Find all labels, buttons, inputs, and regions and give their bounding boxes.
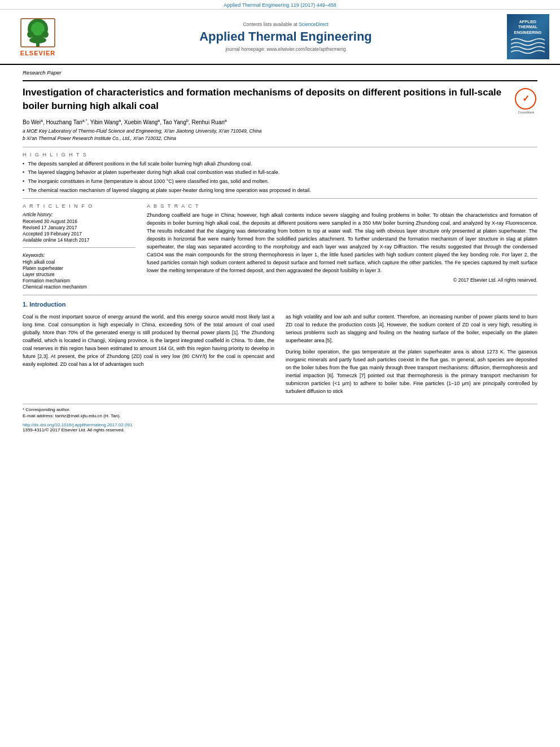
journal-cover-area: APPLIED THERMAL ENGINEERING [502, 14, 553, 59]
introduction-body: Coal is the most important source of ene… [23, 313, 537, 399]
keyword-2: Platen superheater [23, 265, 135, 271]
paper-type-label: Research Paper [23, 69, 537, 76]
bullet-4: • [23, 187, 24, 193]
author-super-a2: a,* [82, 119, 88, 123]
revised-date: Revised 17 January 2017 [23, 225, 135, 230]
article-history: Article history: Received 30 August 2016… [23, 212, 135, 243]
corresponding-author-note: * Corresponding author. E-mail address: … [23, 407, 537, 419]
cover-decoration-icon [511, 37, 545, 54]
highlight-item-3: • The inorganic constitutes in fume (tem… [23, 178, 537, 185]
author-super-a5: a [225, 119, 227, 123]
sciencedirect-link: ScienceDirect [299, 21, 328, 27]
intro-text-1: Coal is the most important source of ene… [23, 313, 274, 369]
title-top-divider [23, 80, 537, 81]
intro-text-2: as high volatility and low ash and sulfu… [286, 313, 537, 345]
elsevier-logo-area: ELSEVIER [7, 18, 69, 56]
elsevier-logo: ELSEVIER [18, 18, 58, 56]
keyword-5: Chemical reaction mechanism [23, 284, 135, 290]
svg-point-4 [42, 31, 49, 38]
svg-point-3 [27, 31, 34, 38]
abstract-text: Zhundong coalfield are huge in China; ho… [147, 212, 537, 275]
article-title: Investigation of characteristics and for… [23, 86, 509, 113]
article-info-col: A R T I C L E I N F O Article history: R… [23, 203, 135, 290]
authors-line: Bo Weia, Houzhang Tana,*, Yibin Wanga, X… [23, 119, 537, 125]
bullet-1: • [23, 161, 24, 167]
history-label: Article history: [23, 212, 135, 217]
intro-top-divider [23, 295, 537, 295]
crossmark-icon: ✓ [515, 88, 536, 110]
author-super-a3: a [119, 119, 121, 123]
introduction-section: 1. Introduction Coal is the most importa… [23, 301, 537, 399]
keywords-section: Keywords: High alkali coal Platen superh… [23, 252, 135, 290]
keyword-1: High alkali coal [23, 259, 135, 265]
article-title-section: Investigation of characteristics and for… [23, 86, 537, 114]
main-content: Research Paper Investigation of characte… [0, 65, 560, 437]
journal-header-center: Contents lists available at ScienceDirec… [69, 21, 502, 52]
highlight-item-2: • The layered slagging behavior at plate… [23, 169, 537, 176]
intro-col-2: as high volatility and low ash and sulfu… [286, 313, 537, 399]
received-date: Received 30 August 2016 [23, 219, 135, 224]
abstract-top-divider [23, 198, 537, 199]
svg-text:✓: ✓ [522, 94, 530, 103]
journal-header: ELSEVIER Contents lists available at Sci… [0, 10, 560, 65]
elsevier-tree-icon [18, 18, 58, 49]
doi-url[interactable]: http://dx.doi.org/10.1016/j.applthermale… [23, 422, 537, 427]
article-info-abstract-section: A R T I C L E I N F O Article history: R… [23, 203, 537, 290]
abstract-heading: A B S T R A C T [147, 203, 537, 209]
journal-homepage: journal homepage: www.elsevier.com/locat… [69, 46, 502, 52]
author-super-a: a [41, 119, 43, 123]
author-super-b: b [186, 119, 189, 123]
issn-text: 1359-4311/© 2017 Elsevier Ltd. All right… [23, 427, 537, 433]
bullet-2: • [23, 169, 24, 175]
keyword-3: Layer structure [23, 272, 135, 277]
elsevier-text: ELSEVIER [20, 50, 55, 56]
journal-cover-image: APPLIED THERMAL ENGINEERING [507, 14, 549, 59]
svg-point-5 [29, 37, 46, 43]
intro-text-3: During boiler operation, the gas tempera… [286, 348, 537, 396]
affiliation-b: b Xi'an Thermal Power Research Institute… [23, 136, 176, 141]
highlights-heading: H I G H L I G H T S [23, 152, 537, 158]
keywords-divider [23, 247, 135, 248]
crossmark-label: CrossMark [515, 111, 537, 114]
bullet-3: • [23, 178, 24, 184]
highlights-top-divider [23, 147, 537, 147]
journal-info-bar: Applied Thermal Engineering 119 (2017) 4… [0, 0, 560, 10]
footnote-section: * Corresponding author. E-mail address: … [23, 404, 537, 419]
introduction-title: 1. Introduction [23, 301, 537, 308]
copyright-line: © 2017 Elsevier Ltd. All rights reserved… [147, 277, 537, 283]
journal-info-text: Applied Thermal Engineering 119 (2017) 4… [224, 2, 336, 8]
highlights-section: H I G H L I G H T S • The deposits sampl… [23, 152, 537, 194]
crossmark-area: ✓ CrossMark [515, 88, 537, 114]
available-date: Available online 14 March 2017 [23, 237, 135, 243]
article-info-heading: A R T I C L E I N F O [23, 203, 135, 209]
affiliation-a: a MOE Key Laboratory of Thermo-Fluid Sci… [23, 128, 262, 134]
affiliations: a MOE Key Laboratory of Thermo-Fluid Sci… [23, 128, 537, 142]
keywords-label: Keywords: [23, 252, 135, 258]
highlight-item-4: • The chemical reaction mechanism of lay… [23, 187, 537, 194]
author-super-a4: a [158, 119, 160, 123]
journal-title: Applied Thermal Engineering [69, 29, 502, 44]
doi-section: http://dx.doi.org/10.1016/j.applthermale… [23, 422, 537, 433]
intro-col-1: Coal is the most important source of ene… [23, 313, 274, 399]
sciencedirect-line: Contents lists available at ScienceDirec… [69, 21, 502, 27]
accepted-date: Accepted 19 February 2017 [23, 231, 135, 237]
highlight-item-1: • The deposits sampled at different posi… [23, 160, 537, 168]
keyword-4: Formation mechanism [23, 278, 135, 283]
abstract-col: A B S T R A C T Zhundong coalfield are h… [147, 203, 537, 290]
journal-cover-title: APPLIED THERMAL ENGINEERING [514, 19, 541, 34]
